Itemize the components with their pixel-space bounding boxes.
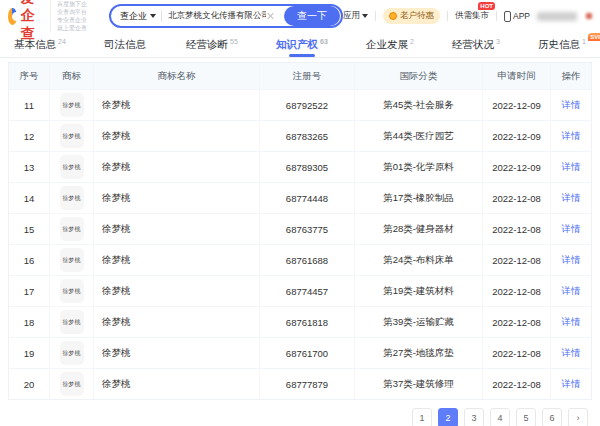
hot-badge: HOT [478, 2, 495, 10]
trademark-name: 徐梦桃 [93, 183, 259, 213]
international-class: 第19类-建筑材料 [354, 276, 482, 306]
promo-label: 老户特惠 [400, 10, 434, 22]
detail-link[interactable]: 详情 [562, 378, 581, 391]
trademark-name: 徐梦桃 [93, 276, 259, 306]
table-row: 17 徐梦桃 徐梦桃 68774457 第19类-建筑材料 2022-12-08… [9, 275, 591, 306]
detail-link[interactable]: 详情 [562, 285, 581, 298]
col-header-action: 操作 [550, 63, 591, 89]
page-button-3[interactable]: 3 [464, 408, 484, 426]
application-date: 2022-12-08 [482, 307, 550, 337]
col-header-mark: 商标 [49, 63, 93, 89]
detail-link[interactable]: 详情 [562, 254, 581, 267]
trademark-thumbnail-cell: 徐梦桃 [49, 152, 93, 182]
tab-label: 司法信息 [104, 38, 146, 52]
user-avatar[interactable] [586, 13, 592, 19]
aiqicha-logo-icon [8, 8, 17, 25]
tab-operating-status[interactable]: 经营状况 3 [452, 32, 500, 57]
international-class: 第01类-化学原料 [354, 152, 482, 182]
trademark-image[interactable]: 徐梦桃 [60, 310, 84, 334]
medal-icon [389, 12, 397, 20]
trademark-name: 徐梦桃 [93, 245, 259, 275]
market-label: 供需集市 [455, 10, 489, 22]
tab-history-info[interactable]: 历史信息 1 SVIP [538, 32, 586, 57]
trademark-thumbnail-cell: 徐梦桃 [49, 121, 93, 151]
detail-link[interactable]: 详情 [562, 347, 581, 360]
row-index: 12 [9, 121, 49, 151]
caret-down-icon [362, 14, 368, 18]
row-index: 13 [9, 152, 49, 182]
application-date: 2022-12-09 [482, 152, 550, 182]
international-class: 第24类-布料床单 [354, 245, 482, 275]
tab-label: 经营状况 [452, 38, 494, 52]
tab-judicial-info[interactable]: 司法信息 [104, 32, 148, 57]
top-navigation: 应用 老户特惠 供需集市 HOT APP [343, 8, 592, 24]
user-account[interactable] [537, 12, 577, 21]
detail-link[interactable]: 详情 [562, 316, 581, 329]
row-index: 11 [9, 90, 49, 120]
trademark-image[interactable]: 徐梦桃 [60, 186, 84, 210]
table-row: 11 徐梦桃 徐梦桃 68792522 第45类-社会服务 2022-12-09… [9, 89, 591, 120]
tab-count: 3 [496, 38, 500, 45]
trademark-image[interactable]: 徐梦桃 [60, 279, 84, 303]
next-page-button[interactable]: › [568, 408, 588, 426]
page-button-6[interactable]: 6 [542, 408, 562, 426]
tab-company-development[interactable]: 企业发展 2 [366, 32, 414, 57]
tab-label: 经营诊断 [186, 38, 228, 52]
trademark-thumbnail-cell: 徐梦桃 [49, 307, 93, 337]
trademark-name: 徐梦桃 [93, 121, 259, 151]
registration-number: 68774457 [259, 276, 354, 306]
table-row: 18 徐梦桃 徐梦桃 68761818 第39类-运输贮藏 2022-12-08… [9, 306, 591, 337]
table-row: 12 徐梦桃 徐梦桃 68783265 第44类-医疗园艺 2022-12-09… [9, 120, 591, 151]
tab-count: 1 [582, 38, 586, 45]
trademark-image[interactable]: 徐梦桃 [60, 248, 84, 272]
trademark-name: 徐梦桃 [93, 214, 259, 244]
trademark-name: 徐梦桃 [93, 152, 259, 182]
promo-button[interactable]: 老户特惠 [383, 8, 440, 24]
detail-link[interactable]: 详情 [562, 161, 581, 174]
pagination: 1 2 3 4 5 6 › [12, 408, 588, 426]
tab-business-diagnosis[interactable]: 经营诊断 55 [186, 32, 238, 57]
table-row: 20 徐梦桃 徐梦桃 68777879 第37类-建筑修理 2022-12-08… [9, 368, 591, 399]
trademark-image[interactable]: 徐梦桃 [60, 372, 84, 396]
search-input[interactable] [162, 11, 266, 21]
clear-icon[interactable] [266, 11, 276, 21]
trademark-thumbnail-cell: 徐梦桃 [49, 214, 93, 244]
trademark-image[interactable]: 徐梦桃 [60, 155, 84, 179]
trademark-image[interactable]: 徐梦桃 [60, 341, 84, 365]
international-class: 第17类-橡胶制品 [354, 183, 482, 213]
page-button-5[interactable]: 5 [516, 408, 536, 426]
trademark-image[interactable]: 徐梦桃 [60, 217, 84, 241]
international-class: 第28类-健身器材 [354, 214, 482, 244]
trademark-thumbnail-cell: 徐梦桃 [49, 183, 93, 213]
trademark-image[interactable]: 徐梦桃 [60, 124, 84, 148]
col-header-date: 申请时间 [482, 63, 550, 89]
market-link[interactable]: 供需集市 HOT [455, 10, 489, 22]
international-class: 第37类-建筑修理 [354, 369, 482, 399]
registration-number: 68777879 [259, 369, 354, 399]
apps-menu[interactable]: 应用 [343, 10, 368, 22]
search-button[interactable]: 查一下 [284, 6, 340, 26]
page-button-1[interactable]: 1 [412, 408, 432, 426]
trademark-image[interactable]: 徐梦桃 [60, 93, 84, 117]
detail-link[interactable]: 详情 [562, 223, 581, 236]
trademark-thumbnail-cell: 徐梦桃 [49, 245, 93, 275]
detail-link[interactable]: 详情 [562, 99, 581, 112]
detail-link[interactable]: 详情 [562, 192, 581, 205]
tab-intellectual-property[interactable]: 知识产权 63 [276, 32, 328, 57]
detail-link[interactable]: 详情 [562, 130, 581, 143]
search-bar: 查企业 查一下 [109, 4, 343, 28]
page-button-4[interactable]: 4 [490, 408, 510, 426]
application-date: 2022-12-09 [482, 90, 550, 120]
tab-label: 企业发展 [366, 38, 408, 52]
tagline-line2: 专业查企业就上爱企查 [57, 16, 89, 32]
search-category-dropdown[interactable]: 查企业 [111, 10, 161, 23]
trademark-name: 徐梦桃 [93, 369, 259, 399]
app-download-link[interactable]: APP [504, 11, 530, 22]
row-index: 16 [9, 245, 49, 275]
active-tab-underline [289, 54, 315, 57]
application-date: 2022-12-08 [482, 276, 550, 306]
registration-number: 68761700 [259, 338, 354, 368]
trademark-thumbnail-cell: 徐梦桃 [49, 369, 93, 399]
page-button-2-active[interactable]: 2 [438, 408, 458, 426]
tab-basic-info[interactable]: 基本信息 24 [14, 32, 66, 57]
